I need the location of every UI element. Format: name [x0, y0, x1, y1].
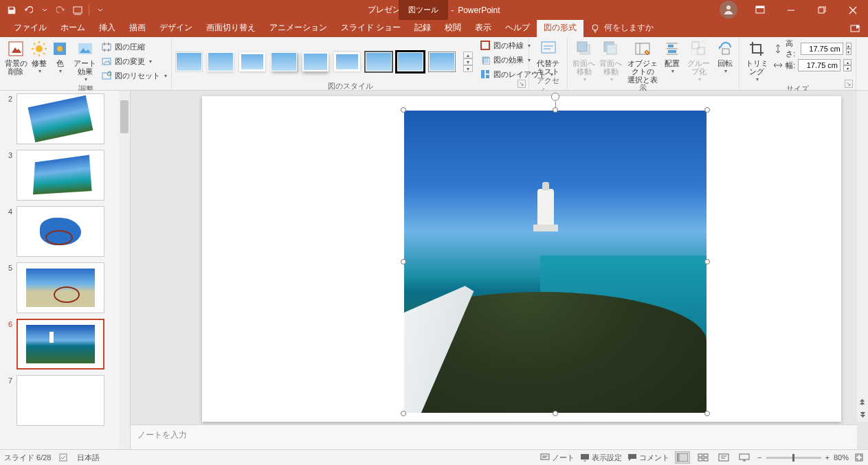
slide-thumb-2[interactable]: 2: [0, 91, 130, 147]
close-button[interactable]: [837, 0, 868, 20]
slide-thumb-7[interactable]: 7: [0, 372, 130, 429]
ribbon-display-options-button[interactable]: [744, 0, 775, 20]
resize-handle-b[interactable]: [553, 411, 558, 416]
change-picture-button[interactable]: 図の変更▾: [101, 54, 167, 68]
tab-insert[interactable]: 挿入: [92, 20, 122, 37]
compress-pictures-button[interactable]: 図の圧縮: [101, 40, 167, 54]
corrections-button[interactable]: 修整▾: [30, 38, 48, 76]
rotate-button[interactable]: 回転▾: [715, 38, 735, 76]
bring-forward-button[interactable]: 前面へ 移動▾: [572, 38, 596, 84]
artistic-effects-button[interactable]: アート効果▾: [71, 38, 98, 84]
height-up[interactable]: ▴: [846, 43, 852, 49]
save-button[interactable]: [4, 3, 19, 18]
style-thumb-2[interactable]: [208, 52, 234, 71]
align-button[interactable]: 配置▾: [663, 38, 682, 76]
account-avatar[interactable]: [720, 1, 737, 19]
slide-counter[interactable]: スライド 6/28: [4, 453, 51, 463]
picture-border-button[interactable]: 図の枠線▾: [480, 38, 553, 52]
tab-help[interactable]: ヘルプ: [498, 20, 537, 37]
style-thumb-4[interactable]: [271, 52, 297, 71]
start-from-beginning-button[interactable]: [70, 3, 85, 18]
width-input[interactable]: [798, 59, 841, 71]
spellcheck-icon[interactable]: [59, 453, 69, 462]
reading-view-button[interactable]: [716, 451, 731, 464]
slide-thumb-3[interactable]: 3: [0, 147, 130, 203]
resize-handle-l[interactable]: [401, 259, 406, 264]
resize-handle-t[interactable]: [553, 107, 558, 113]
tab-transitions[interactable]: 画面切り替え: [199, 20, 263, 37]
resize-handle-br[interactable]: [704, 411, 710, 416]
tab-picture-format[interactable]: 図の形式: [537, 20, 583, 37]
thumbnail-scrollbar[interactable]: [119, 91, 130, 449]
notes-pane[interactable]: ノートを入力: [131, 424, 857, 449]
style-thumb-5[interactable]: [302, 52, 329, 71]
qat-customize-button[interactable]: [93, 3, 108, 18]
tab-draw[interactable]: 描画: [122, 20, 153, 37]
width-up[interactable]: ▴: [843, 59, 852, 65]
styles-dialog-launcher[interactable]: ↘: [518, 80, 526, 88]
resize-handle-r[interactable]: [704, 259, 710, 264]
resize-handle-tr[interactable]: [704, 107, 710, 113]
tab-record[interactable]: 記録: [408, 20, 438, 37]
style-thumb-3[interactable]: [239, 52, 265, 71]
height-down[interactable]: ▾: [846, 49, 852, 55]
maximize-button[interactable]: [806, 0, 837, 20]
color-button[interactable]: 色▾: [51, 38, 69, 76]
zoom-level[interactable]: 80%: [834, 453, 849, 462]
reset-picture-button[interactable]: 図のリセット▾: [101, 69, 167, 82]
vertical-scrollbar[interactable]: ⯭ ⯯: [857, 91, 868, 422]
notes-toggle[interactable]: ノート: [540, 453, 575, 463]
tab-view[interactable]: 表示: [468, 20, 498, 37]
picture-styles-gallery[interactable]: ▴ ▾ ▾: [176, 47, 473, 72]
comments-button[interactable]: コメント: [627, 453, 669, 463]
language-indicator[interactable]: 日本語: [77, 453, 100, 463]
minimize-button[interactable]: [775, 0, 806, 20]
redo-button[interactable]: [54, 3, 69, 18]
normal-view-button[interactable]: [675, 451, 690, 464]
prev-slide-button[interactable]: ⯭: [859, 398, 866, 408]
undo-button[interactable]: [21, 3, 36, 18]
tab-review[interactable]: 校閲: [438, 20, 468, 37]
style-thumb-6[interactable]: [334, 52, 360, 71]
style-thumb-8[interactable]: [397, 52, 423, 71]
display-settings-button[interactable]: 表示設定: [580, 453, 622, 463]
tab-animations[interactable]: アニメーション: [263, 20, 334, 37]
remove-background-button[interactable]: 背景の 削除: [4, 38, 27, 76]
share-button[interactable]: [847, 21, 864, 35]
tab-home[interactable]: ホーム: [54, 20, 92, 37]
send-backward-button[interactable]: 背面へ 移動▾: [599, 38, 623, 84]
tab-slideshow[interactable]: スライド ショー: [334, 20, 408, 37]
selected-picture[interactable]: [404, 111, 706, 413]
group-objects-button[interactable]: グループ化▾: [685, 38, 713, 84]
slide-thumb-4[interactable]: 4: [0, 203, 130, 260]
rotate-handle[interactable]: [551, 93, 559, 101]
slide-sorter-view-button[interactable]: [695, 451, 711, 464]
zoom-in-button[interactable]: +: [825, 453, 830, 462]
crop-button[interactable]: トリミング▾: [744, 38, 770, 84]
width-down[interactable]: ▾: [843, 65, 852, 71]
next-slide-button[interactable]: ⯯: [859, 411, 866, 420]
slideshow-view-button[interactable]: [737, 451, 752, 464]
tell-me-search[interactable]: 何をしますか: [583, 20, 660, 37]
height-input[interactable]: [801, 43, 843, 55]
zoom-out-button[interactable]: −: [757, 453, 761, 462]
style-thumb-7[interactable]: [366, 52, 392, 71]
resize-handle-bl[interactable]: [401, 411, 406, 416]
undo-more-button[interactable]: [37, 3, 52, 18]
style-thumb-1[interactable]: [176, 52, 202, 71]
slide-thumb-5[interactable]: 5: [0, 260, 130, 316]
tab-file[interactable]: ファイル: [7, 20, 54, 37]
fit-to-window-button[interactable]: [854, 453, 864, 462]
picture-layout-button[interactable]: 図のレイアウト▾: [480, 67, 553, 81]
tab-design[interactable]: デザイン: [153, 20, 199, 37]
gallery-more-button[interactable]: ▾: [463, 65, 473, 72]
selection-pane-button[interactable]: オブジェクトの 選択と表示: [625, 38, 660, 92]
resize-handle-tl[interactable]: [401, 107, 406, 113]
gallery-up-button[interactable]: ▴: [463, 52, 473, 58]
size-dialog-launcher[interactable]: ↘: [845, 80, 853, 88]
style-thumb-9[interactable]: [429, 52, 455, 71]
gallery-down-button[interactable]: ▾: [463, 58, 473, 65]
slide-thumb-6[interactable]: 6: [0, 316, 130, 372]
zoom-slider[interactable]: [766, 457, 821, 459]
slide-canvas[interactable]: [202, 96, 841, 422]
